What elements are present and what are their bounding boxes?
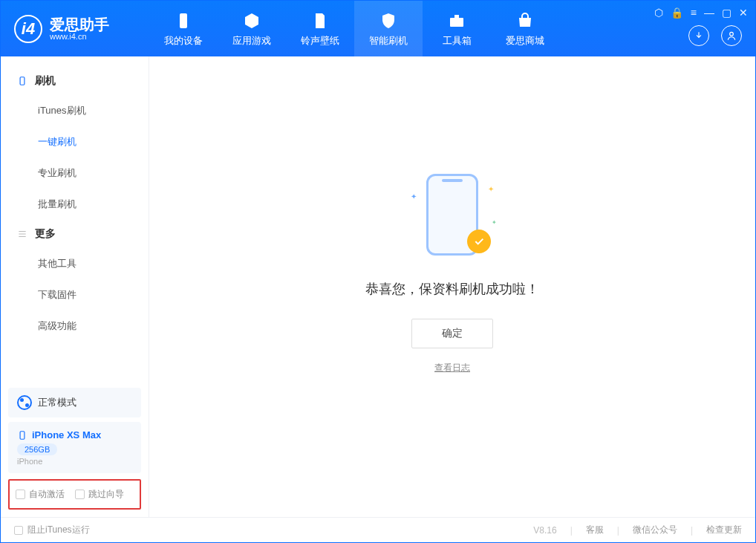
version-label: V8.16 [533,525,556,536]
sidebar-scroll: 刷机 iTunes刷机 一键刷机 专业刷机 批量刷机 更多 其他工具 下载固件 … [1,56,149,383]
nav-store[interactable]: 爱思商城 [491,1,559,56]
close-button[interactable]: ✕ [739,7,748,19]
sidebar-bottom: 正常模式 iPhone XS Max 256GB iPhone 自动激活 跳过向… [1,383,149,517]
nav-ringtones[interactable]: 铃声壁纸 [286,1,354,56]
svg-rect-2 [454,15,459,18]
nav-toolbox[interactable]: 工具箱 [423,1,491,56]
download-button[interactable] [688,25,709,46]
app-subtitle: www.i4.cn [50,32,109,41]
app-logo-icon: i4 [14,15,42,43]
footer-left: 阻止iTunes运行 [14,524,90,536]
sidebar-item-other-tools[interactable]: 其他工具 [1,248,149,279]
skip-guide-checkbox[interactable]: 跳过向导 [75,488,124,501]
app-title: 爱思助手 [50,17,109,32]
cube-icon [243,12,261,30]
minimize-button[interactable]: — [704,7,714,19]
svg-rect-5 [20,431,25,439]
sidebar: 刷机 iTunes刷机 一键刷机 专业刷机 批量刷机 更多 其他工具 下载固件 … [1,56,149,517]
app-window: i4 爱思助手 www.i4.cn 我的设备 应用游戏 铃声壁纸 智能刷机 [0,0,756,543]
device-card[interactable]: iPhone XS Max 256GB iPhone [8,422,141,473]
svg-point-3 [730,32,734,36]
maximize-button[interactable]: ▢ [722,7,731,19]
user-button[interactable] [721,25,742,46]
sidebar-item-advanced[interactable]: 高级功能 [1,310,149,342]
list-icon [17,229,27,239]
nav-apps-games[interactable]: 应用游戏 [218,1,286,56]
block-itunes-checkbox[interactable]: 阻止iTunes运行 [14,524,90,536]
svg-rect-4 [20,77,25,85]
sparkle-icon: ✦ [492,219,497,226]
device-type: iPhone [17,457,132,466]
store-icon [516,12,534,30]
highlight-checkbox-row: 自动激活 跳过向导 [8,479,141,510]
success-check-icon [467,230,491,253]
menu-icon[interactable]: ≡ [691,7,697,19]
sparkle-icon: ✦ [411,192,417,201]
lock-icon[interactable]: 🔒 [671,7,683,19]
shield-icon [379,12,397,30]
support-link[interactable]: 客服 [586,524,604,536]
mode-label: 正常模式 [38,396,76,409]
tshirt-icon[interactable]: ⬡ [654,7,663,19]
sidebar-item-batch-flash[interactable]: 批量刷机 [1,189,149,220]
view-log-link[interactable]: 查看日志 [434,362,470,374]
check-update-link[interactable]: 检查更新 [706,524,742,536]
svg-rect-0 [180,13,187,28]
svg-rect-1 [450,18,463,27]
logo-text: 爱思助手 www.i4.cn [50,17,109,41]
success-message: 恭喜您，保资料刷机成功啦！ [365,280,539,298]
checkbox-icon [75,490,85,499]
main-content: ✦ ✦ ✦ 恭喜您，保资料刷机成功啦！ 确定 查看日志 [149,56,755,517]
sidebar-group-flash: 刷机 [1,67,149,95]
top-nav: 我的设备 应用游戏 铃声壁纸 智能刷机 工具箱 爱思商城 [149,1,559,56]
device-name: iPhone XS Max [32,429,101,440]
sparkle-icon: ✦ [488,185,494,193]
mode-card[interactable]: 正常模式 [8,388,141,417]
toolbox-icon [448,12,466,30]
body: 刷机 iTunes刷机 一键刷机 专业刷机 批量刷机 更多 其他工具 下载固件 … [1,56,755,517]
footer-right: V8.16 | 客服 | 微信公众号 | 检查更新 [533,524,742,536]
success-illustration: ✦ ✦ ✦ [408,170,497,259]
auto-activate-checkbox[interactable]: 自动激活 [16,488,65,501]
nav-my-device[interactable]: 我的设备 [149,1,218,56]
sidebar-item-itunes-flash[interactable]: iTunes刷机 [1,95,149,126]
sidebar-item-download-firmware[interactable]: 下载固件 [1,279,149,310]
header-right-icons [688,25,742,46]
checkbox-icon [16,490,25,499]
nav-flash[interactable]: 智能刷机 [354,1,423,56]
logo: i4 爱思助手 www.i4.cn [1,15,149,43]
sidebar-item-oneclick-flash[interactable]: 一键刷机 [1,126,149,157]
mode-icon [17,395,32,410]
phone-outline-icon [17,430,27,440]
device-icon [17,76,27,86]
sidebar-item-pro-flash[interactable]: 专业刷机 [1,157,149,189]
footer: 阻止iTunes运行 V8.16 | 客服 | 微信公众号 | 检查更新 [1,517,755,542]
device-name-row: iPhone XS Max [17,429,132,440]
sidebar-group-more: 更多 [1,220,149,248]
phone-icon [175,12,192,30]
device-storage-badge: 256GB [17,443,57,455]
wechat-link[interactable]: 微信公众号 [633,524,677,536]
window-controls: ⬡ 🔒 ≡ — ▢ ✕ [654,7,748,19]
header: i4 爱思助手 www.i4.cn 我的设备 应用游戏 铃声壁纸 智能刷机 [1,1,755,56]
ok-button[interactable]: 确定 [411,319,493,348]
checkbox-icon [14,526,23,535]
music-file-icon [311,12,329,30]
